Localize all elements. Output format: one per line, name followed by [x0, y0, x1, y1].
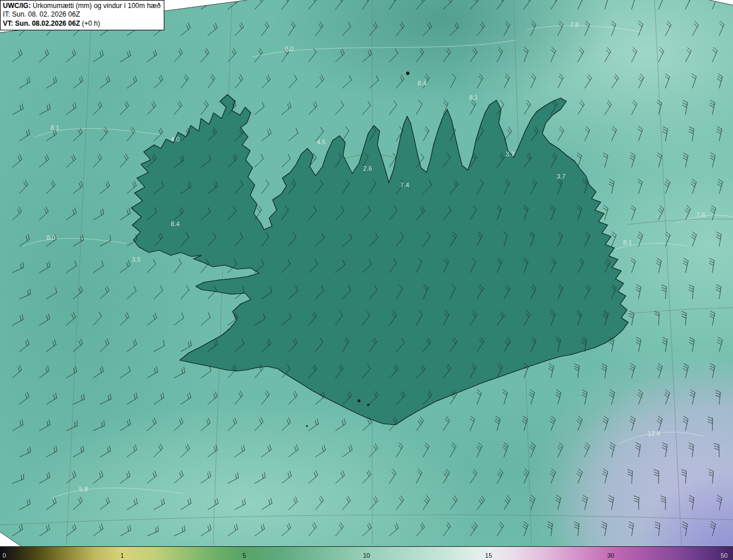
colorbar-tick: 5: [243, 552, 246, 559]
map-value-label: 7.6: [696, 211, 705, 218]
weather-map-canvas: 7.88.08.48.18.14.04.52.63.73.77.47.68.48…: [0, 0, 733, 560]
map-value-label: 7.4: [400, 182, 409, 188]
map-value-label: 4.5: [317, 139, 325, 145]
map-value-label: 3.7: [557, 173, 565, 180]
colorbar-ticks: 01510153050: [0, 547, 733, 560]
map-value-label: 3.5: [132, 256, 140, 263]
map-value-label: 7.8: [570, 21, 578, 28]
product-label: Úrkomumætti (mm) og vindur í 100m hæð: [33, 2, 160, 10]
colorbar-tick: 1: [120, 552, 124, 559]
map-value-label: 4.0: [171, 136, 179, 143]
map-value-label: 8.4: [171, 220, 179, 227]
colorbar-tick: 30: [607, 552, 614, 559]
title-line-product: UWC/IG: Úrkomumætti (mm) og vindur í 100…: [3, 2, 160, 10]
colorbar-tick: 50: [721, 552, 728, 559]
model-label: UWC/IG:: [3, 2, 31, 10]
map-value-label: 8.0: [285, 45, 293, 52]
map-value-label: 8.1: [623, 239, 632, 246]
map-value-label: 3.7: [506, 151, 514, 157]
map-value-label: 12.4: [648, 430, 660, 437]
map-value-label: 8.0: [46, 234, 55, 241]
map-value-label: 8.1: [50, 124, 59, 131]
colorbar-tick: 0: [3, 552, 6, 559]
precipitation-colorbar: 01510153050: [0, 546, 733, 560]
title-line-valid: VT: Sun. 08.02.2026 06Z (+0 h): [3, 19, 160, 28]
colorbar-tick: 10: [363, 552, 370, 559]
map-value-label: 2.6: [363, 165, 372, 172]
map-value-label: 5.8: [79, 486, 88, 492]
map-value-label: 8.4: [417, 80, 426, 86]
map-value-label: 8.1: [469, 94, 478, 101]
title-line-init: IT: Sun. 08. 02. 2026 06Z: [3, 10, 160, 19]
weather-map: 7.88.08.48.18.14.04.52.63.73.77.47.68.48…: [0, 0, 733, 560]
valid-offset-label: (+0 h): [82, 19, 100, 27]
title-box: UWC/IG: Úrkomumætti (mm) og vindur í 100…: [0, 0, 164, 30]
colorbar-tick: 15: [485, 552, 492, 559]
valid-time-label: VT: Sun. 08.02.2026 06Z: [3, 19, 80, 27]
